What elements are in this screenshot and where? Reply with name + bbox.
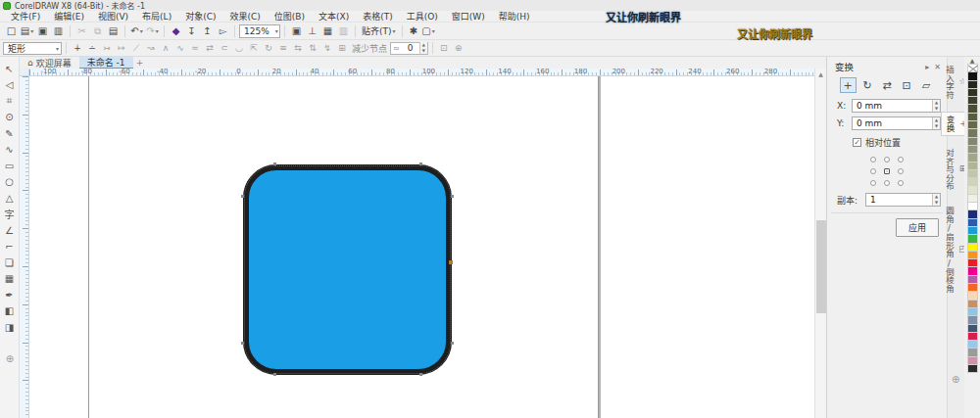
align-nodes-button[interactable]: ≡ — [276, 41, 290, 55]
export-button[interactable]: ↥ — [200, 23, 215, 38]
redo-button[interactable]: ↷▾ — [145, 23, 160, 38]
polygon-tool[interactable]: △ — [1, 190, 19, 207]
docker-collapse-icon[interactable]: ▸ — [925, 63, 929, 71]
anchor-radio[interactable] — [866, 177, 880, 189]
freehand-tool[interactable]: ✎ — [1, 125, 19, 142]
anchor-radio[interactable] — [894, 154, 907, 165]
anchor-radio-selected[interactable] — [880, 165, 894, 177]
rectangle-tool[interactable]: ▭ — [1, 158, 19, 174]
cut-button[interactable]: ✂ — [74, 23, 89, 38]
menu-item[interactable]: 文件(F) — [4, 11, 47, 23]
reduce-nodes-label[interactable]: 减少节点 — [352, 42, 387, 55]
rotate-skew-nodes-button[interactable]: ↻ — [262, 41, 275, 55]
apply-button[interactable]: 应用 — [896, 218, 939, 237]
vertical-ruler[interactable] — [20, 76, 29, 418]
transform-position-button[interactable]: + — [840, 77, 857, 93]
new-tab-button[interactable]: + — [133, 57, 147, 69]
show-guidelines-button[interactable]: ▥ — [336, 23, 351, 38]
spin-down-icon[interactable]: ▼ — [933, 200, 940, 206]
node-handle[interactable] — [419, 163, 422, 165]
scroll-up-icon[interactable]: ▲ — [815, 69, 826, 78]
drop-shadow-tool[interactable]: ❏ — [1, 255, 19, 271]
join-nodes-button[interactable]: ↣ — [100, 41, 114, 55]
paste-button[interactable]: ▤ — [106, 23, 121, 38]
show-grid-button[interactable]: ▦ — [320, 23, 335, 38]
zoom-level-combobox[interactable]: 125% ▾ — [239, 24, 280, 38]
chevron-down-icon[interactable]: ▾ — [432, 27, 435, 34]
reflect-vertical-button[interactable]: ⇅ — [306, 41, 319, 55]
options-button[interactable]: ✱ — [407, 23, 421, 38]
chevron-down-icon[interactable]: ▾ — [275, 27, 278, 34]
chevron-down-icon[interactable]: ▾ — [393, 27, 396, 34]
color-eyedropper-tool[interactable]: ✒ — [1, 287, 19, 303]
extract-subpath-button[interactable]: ⊂ — [218, 41, 231, 55]
crop-tool[interactable]: ⌗ — [1, 93, 19, 110]
undo-button[interactable]: ↶▾ — [129, 23, 144, 38]
open-button[interactable]: ▤▾ — [20, 23, 34, 38]
scrollbar-thumb[interactable] — [816, 220, 826, 313]
reverse-direction-button[interactable]: ⇄ — [203, 41, 217, 55]
sculpt-button[interactable]: ⊕ — [452, 41, 466, 55]
elastic-mode-button[interactable]: ↯ — [320, 41, 334, 55]
break-curve-button[interactable]: ↦ — [115, 41, 128, 55]
menu-item[interactable]: 文本(X) — [312, 11, 356, 23]
menu-item[interactable]: 帮助(H) — [492, 11, 537, 23]
menu-item[interactable]: 工具(O) — [400, 11, 445, 23]
anchor-radio[interactable] — [866, 154, 880, 165]
add-docker-button[interactable]: ⊕ — [952, 374, 959, 385]
dropdown-caret-icon[interactable]: ▾ — [30, 27, 33, 34]
close-curve-button[interactable]: ◡ — [232, 41, 246, 55]
node-handle[interactable] — [241, 342, 244, 345]
smooth-node-button[interactable]: ∿ — [173, 41, 187, 55]
add-node-button[interactable]: ∔ — [71, 41, 84, 55]
copy-button[interactable]: ⧉ — [90, 23, 105, 38]
anchor-radio[interactable] — [866, 165, 880, 177]
reflect-horizontal-button[interactable]: ⇆ — [291, 41, 305, 55]
print-button[interactable]: ▥▾ — [51, 23, 66, 38]
publish-pdf-button[interactable]: ▻ — [216, 23, 230, 38]
node-handle-highlighted[interactable] — [449, 260, 453, 264]
x-input[interactable]: 0 mm ▲▼ — [852, 99, 941, 113]
node-handle[interactable] — [241, 195, 244, 198]
drawing-canvas[interactable] — [29, 76, 814, 418]
select-all-nodes-button[interactable]: ⊞ — [335, 41, 349, 55]
relative-position-option[interactable]: ✓ 相对位置 — [827, 132, 947, 151]
spin-down-icon[interactable]: ▼ — [933, 123, 940, 129]
y-input[interactable]: 0 mm ▲▼ — [852, 116, 941, 130]
dropdown-caret-icon[interactable]: ▾ — [140, 27, 143, 34]
chevron-down-icon[interactable]: ▾ — [56, 45, 59, 52]
menu-item[interactable]: 布局(L) — [135, 11, 178, 23]
node-handle[interactable] — [273, 373, 276, 376]
transform-scale-mirror-button[interactable]: ⇄ — [879, 77, 896, 93]
stretch-nodes-button[interactable]: ⇱ — [247, 41, 261, 55]
transparency-tool[interactable]: ▦ — [1, 271, 19, 288]
tab-welcome-screen[interactable]: ⌂ 欢迎屏幕 — [20, 57, 79, 69]
save-button[interactable]: ▣▾ — [35, 23, 50, 38]
anchor-radio[interactable] — [880, 154, 894, 165]
cusp-node-button[interactable]: ∧ — [159, 41, 172, 55]
spin-down-icon[interactable]: ▼ — [420, 48, 427, 54]
show-rulers-button[interactable]: ⊥ — [305, 23, 319, 38]
delete-node-button[interactable]: ∸ — [85, 41, 99, 55]
node-handle[interactable] — [451, 342, 454, 345]
transform-skew-button[interactable]: ▱ — [918, 77, 935, 93]
copies-input[interactable]: 1 ▲▼ — [865, 193, 941, 207]
color-swatch[interactable] — [967, 64, 978, 72]
tab-untitled-document[interactable]: 未命名 -1 — [79, 57, 133, 69]
application-launcher-button[interactable]: ▢▾ — [421, 23, 436, 38]
pick-tool[interactable]: ↖ — [1, 61, 19, 77]
artistic-media-tool[interactable]: ∿ — [1, 142, 19, 159]
anchor-radio[interactable] — [894, 177, 907, 189]
convert-to-line-button[interactable]: ⟋ — [129, 41, 143, 55]
spin-down-icon[interactable]: ▼ — [933, 106, 940, 112]
transform-size-button[interactable]: ⊡ — [899, 77, 915, 93]
convert-to-curve-button[interactable]: ↝ — [144, 41, 158, 55]
import-button[interactable]: ↧ — [184, 23, 199, 38]
dimension-tool[interactable]: ∠ — [1, 222, 19, 239]
anchor-radio[interactable] — [880, 177, 894, 189]
rounded-square-shape[interactable] — [243, 164, 452, 375]
menu-item[interactable]: 窗口(W) — [445, 11, 492, 23]
checkbox-checked-icon[interactable]: ✓ — [853, 138, 861, 147]
ellipse-tool[interactable]: ○ — [1, 174, 19, 191]
transform-rotate-button[interactable]: ↻ — [859, 77, 876, 93]
